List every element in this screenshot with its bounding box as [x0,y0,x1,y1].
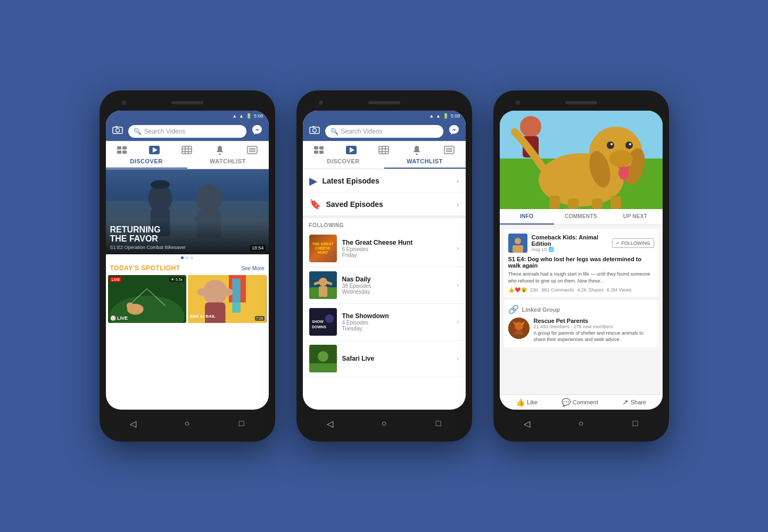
svg-point-87 [609,150,633,167]
messenger-icon-2[interactable] [447,124,461,138]
hero-subtitle-1: S1:E2 Operation Combat Bikesaver [110,245,265,250]
views-count-3: 6.3M Views [607,287,631,293]
group-members-3: 21,493 members · 279 new members [534,324,654,329]
nav-bell-2[interactable] [406,145,427,155]
nav-list-2[interactable] [439,146,460,154]
nav-play-1[interactable] [144,146,165,154]
hero-image-1[interactable]: RETURNINGTHE FAVOR S1:E2 Operation Comba… [106,169,269,254]
dots-row-1 [106,254,269,261]
svg-rect-91 [568,198,579,209]
show-item-cheese[interactable]: The Great CHEESE HUNT The Great Cheese H… [303,230,466,267]
chevron-right-icon-showdown: › [457,318,459,326]
search-bar-1[interactable]: 🔍 Search Videos [128,125,246,138]
show-name-safari: Safari Live [342,355,452,362]
home-btn-3[interactable]: ○ [575,418,587,429]
nav-home-2[interactable] [308,146,329,154]
latest-episodes-item[interactable]: ▶ Latest Episodes › [303,169,466,193]
video-thumb-baseball[interactable]: LIVE 👁 5.5k ⚾ LIVE [108,275,187,323]
nav-icons-1 [106,141,269,155]
svg-text:DOWNS: DOWNS [312,325,326,329]
share-action-btn[interactable]: ↗ Share [622,398,646,406]
comment-action-btn[interactable]: 💬 Comment [561,398,598,406]
home-btn-1[interactable]: ○ [181,418,193,429]
dot-2 [186,256,188,259]
show-header-3: Comeback Kids: Animal Edition Aug 10 🌐 ✓… [508,234,654,253]
svg-point-41 [312,129,316,132]
nav-home-1[interactable] [111,146,133,154]
bae-text-1: BAE or BAIL [190,314,216,319]
status-bar-2: ▲ ▲ 🔋 5:08 [303,111,466,121]
detail-tabs-3: INFO COMMENTS UP NEXT [500,209,663,225]
show-header-meta-3: Aug 10 🌐 [532,247,608,252]
svg-point-98 [515,322,523,330]
nav-table-1[interactable] [176,146,197,154]
screen-content-1: RETURNINGTHE FAVOR S1:E2 Operation Comba… [106,169,269,410]
back-btn-2[interactable]: ◁ [324,418,336,429]
show-episodes-cheese: 6 Episodes [342,246,452,252]
see-more-1[interactable]: See More [241,265,264,271]
tab-watchlist-1[interactable]: WATCHLIST [187,158,269,169]
signal-icon-1: ▲ [239,113,244,119]
nav-icons-2 [303,141,466,155]
svg-point-61 [319,278,327,286]
time-2: 5:08 [451,113,460,119]
camera-icon-1[interactable] [110,126,125,137]
show-info-nas: Nas Daily 38 Episodes Wednesday [342,276,452,295]
nav-list-1[interactable] [242,146,263,154]
svg-rect-45 [314,151,318,154]
following-button-3[interactable]: ✓ FOLLOWING [612,238,654,248]
recent-btn-2[interactable]: □ [433,418,444,429]
saved-episodes-item[interactable]: 🔖 Saved Episodes › [303,193,466,216]
dot-3 [191,256,193,259]
top-bar-2: 🔍 Search Videos [303,121,466,141]
tab-watchlist-2[interactable]: WATCHLIST [384,158,466,169]
svg-rect-90 [549,196,560,209]
show-header-info-3: Comeback Kids: Animal Edition Aug 10 🌐 [532,234,608,252]
action-row-3: 👍 Like 💬 Comment ↗ Share [500,394,663,410]
status-bar-1: ▲ ▲ 🔋 5:08 [106,111,269,121]
linked-group-label-3: Linked Group [522,306,560,313]
show-name-nas: Nas Daily [342,276,452,283]
shares-count-3: 4.2K Shares [577,287,604,293]
phone-top-speaker-1 [106,97,269,109]
svg-rect-71 [309,363,337,372]
back-btn-1[interactable]: ◁ [127,418,139,429]
recent-btn-3[interactable]: □ [630,418,641,429]
detail-tab-upnext[interactable]: UP NEXT [608,209,663,225]
home-btn-2[interactable]: ○ [378,418,390,429]
show-episodes-nas: 38 Episodes [342,283,452,289]
recent-btn-1[interactable]: □ [236,418,247,429]
show-item-showdown[interactable]: SHOW DOWNS The Showdown 4 Episodes Tuesd… [303,304,466,340]
group-avatar-3 [508,318,530,339]
svg-point-83 [610,143,613,145]
thumb-bg-baseball: LIVE 👁 5.5k ⚾ LIVE [108,275,187,323]
like-action-btn[interactable]: 👍 Like [516,398,538,406]
dog-svg-container [500,111,663,209]
tab-discover-1[interactable]: DISCOVER [106,158,187,169]
show-day-showdown: Tuesday [342,326,452,331]
show-date-3: Aug 10 [532,247,547,252]
tab-discover-2[interactable]: DISCOVER [303,158,384,169]
messenger-icon-1[interactable] [250,124,265,138]
detail-tab-comments[interactable]: COMMENTS [554,209,608,225]
show-info-card: Comeback Kids: Animal Edition Aug 10 🌐 ✓… [504,229,658,297]
svg-rect-4 [122,146,127,149]
show-avatar-3 [508,234,527,253]
svg-point-39 [222,288,233,296]
camera-icon-2[interactable] [307,126,322,137]
show-item-nas[interactable]: Nas Daily 38 Episodes Wednesday › [303,267,466,304]
video-thumb-bae[interactable]: BAE or BAIL 7:28 [188,275,267,323]
nav-table-2[interactable] [373,146,394,154]
nav-play-2[interactable] [341,146,362,154]
show-thumb-showdown-bg: SHOW DOWNS [309,308,337,336]
detail-tab-info[interactable]: INFO [500,209,554,225]
dot-1 [181,256,184,259]
nav-bell-1[interactable] [209,145,230,155]
svg-point-88 [520,116,541,137]
search-bar-2[interactable]: 🔍 Search Videos [325,125,443,138]
svg-rect-3 [117,146,121,149]
show-name-showdown: The Showdown [342,312,452,320]
back-btn-3[interactable]: ◁ [521,418,533,429]
show-item-safari[interactable]: Safari Live › [303,340,466,377]
svg-point-24 [196,184,222,212]
